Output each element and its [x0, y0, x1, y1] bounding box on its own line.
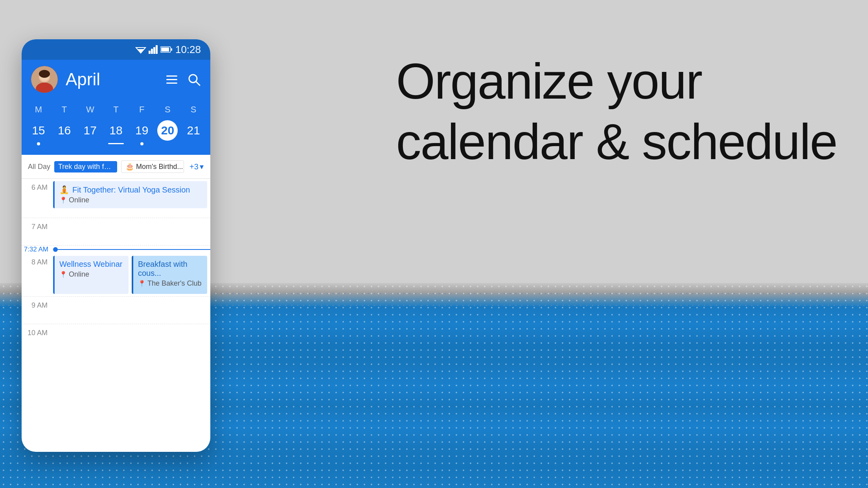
day-dot-15 — [37, 142, 40, 145]
breakfast-location: 📍 The Baker's Club — [138, 279, 202, 288]
yoga-title: Fit Together: Virtual Yoga Session — [72, 185, 190, 194]
day-header-fri: F — [129, 105, 155, 115]
wellness-location: 📍 Online — [59, 270, 124, 279]
more-count: +3 — [189, 162, 199, 171]
day-21[interactable]: 21 — [180, 119, 206, 147]
headline-line1: Organize your — [396, 53, 702, 109]
yoga-icon: 🧘 — [59, 185, 69, 194]
app-header: April — [22, 60, 210, 101]
day-dot-19 — [140, 142, 143, 145]
day-num-15: 15 — [28, 120, 49, 141]
yoga-location: 📍 Online — [59, 196, 202, 204]
svg-point-13 — [39, 70, 50, 78]
time-9am: 9 AM — [22, 297, 53, 324]
signal-icon — [149, 45, 158, 54]
day-num-21: 21 — [183, 120, 204, 141]
day-num-19: 19 — [132, 120, 152, 141]
day-row: 15 16 17 18 19 20 — [22, 119, 210, 147]
status-time: 10:28 — [175, 44, 201, 56]
svg-line-18 — [196, 82, 200, 85]
event-wellness[interactable]: Wellness Webinar 📍 Online — [53, 256, 129, 294]
avatar[interactable] — [31, 66, 58, 93]
day-15[interactable]: 15 — [26, 119, 51, 147]
phone-mockup: 10:28 April — [22, 39, 210, 452]
now-line-bar — [58, 249, 210, 250]
status-bar: 10:28 — [22, 39, 210, 60]
now-dot — [53, 247, 58, 252]
svg-rect-8 — [171, 48, 172, 51]
svg-rect-3 — [151, 49, 153, 54]
battery-icon — [160, 46, 172, 53]
svg-rect-16 — [166, 83, 177, 84]
slot-9am-content — [53, 297, 210, 324]
more-chevron: ▾ — [200, 162, 204, 171]
day-header-tue: T — [51, 105, 77, 115]
day-17[interactable]: 17 — [77, 119, 103, 147]
wellness-title: Wellness Webinar — [59, 260, 124, 269]
day-header-sun: S — [180, 105, 206, 115]
yoga-location-text: Online — [69, 196, 89, 204]
schedule-area: 6 AM 🧘 Fit Together: Virtual Yoga Sessio… — [22, 179, 210, 344]
day-header-mon: M — [26, 105, 51, 115]
birthday-text: Mom's Birthd... — [136, 163, 183, 171]
day-num-18: 18 — [106, 120, 126, 141]
allday-bar: All Day Trek day with fa... 🎂 Mom's Birt… — [22, 155, 210, 179]
day-underline-18 — [108, 143, 124, 144]
day-19[interactable]: 19 — [129, 119, 155, 147]
now-time: 7:32 AM — [22, 246, 50, 253]
slot-7am-content — [53, 218, 210, 245]
day-num-20: 20 — [157, 120, 178, 141]
day-num-17: 17 — [80, 120, 100, 141]
day-header-wed: W — [77, 105, 103, 115]
slot-9am: 9 AM — [22, 297, 210, 324]
allday-event-trek[interactable]: Trek day with fa... — [54, 161, 117, 172]
allday-event-birthday[interactable]: 🎂 Mom's Birthd... — [121, 160, 184, 173]
day-20[interactable]: 20 — [155, 119, 181, 147]
svg-rect-15 — [166, 79, 177, 80]
right-panel: Organize your calendar & schedule — [364, 0, 868, 488]
time-7am: 7 AM — [22, 218, 53, 245]
more-events[interactable]: +3 ▾ — [189, 162, 204, 171]
slot-10am: 10 AM — [22, 324, 210, 344]
month-title: April — [66, 70, 157, 89]
day-headers: M T W T F S S — [22, 105, 210, 115]
wifi-icon — [135, 45, 146, 54]
event-yoga-header: 🧘 Fit Together: Virtual Yoga Session — [59, 185, 202, 194]
slot-8am-content: Wellness Webinar 📍 Online Breakfast with… — [53, 253, 210, 296]
search-icon[interactable] — [187, 72, 201, 86]
headline-line2: calendar & schedule — [396, 114, 837, 170]
avatar-image — [31, 66, 58, 93]
slot-6am: 6 AM 🧘 Fit Together: Virtual Yoga Sessio… — [22, 179, 210, 218]
day-18[interactable]: 18 — [103, 119, 129, 147]
slot-7am: 7 AM — [22, 218, 210, 246]
breakfast-loc-icon: 📍 — [138, 280, 146, 287]
wellness-loc-text: Online — [69, 270, 89, 279]
day-16[interactable]: 16 — [51, 119, 77, 147]
time-10am: 10 AM — [22, 324, 53, 344]
svg-rect-7 — [161, 48, 169, 51]
headline-text: Organize your calendar & schedule — [396, 51, 837, 172]
time-8am: 8 AM — [22, 253, 53, 296]
now-indicator: 7:32 AM — [22, 246, 210, 253]
yoga-location-icon: 📍 — [59, 196, 67, 204]
event-breakfast[interactable]: Breakfast with cous... 📍 The Baker's Clu… — [132, 256, 207, 294]
birthday-icon: 🎂 — [125, 162, 134, 171]
allday-label: All Day — [28, 163, 50, 171]
svg-rect-14 — [166, 75, 177, 77]
slot-10am-content — [53, 324, 210, 344]
wellness-loc-icon: 📍 — [59, 271, 67, 278]
calendar-section: M T W T F S S 15 16 17 18 — [22, 101, 210, 155]
status-icons — [135, 45, 172, 54]
day-header-thu: T — [103, 105, 129, 115]
slot-6am-content: 🧘 Fit Together: Virtual Yoga Session 📍 O… — [53, 179, 210, 218]
day-num-16: 16 — [54, 120, 75, 141]
breakfast-loc-text: The Baker's Club — [147, 279, 202, 288]
event-yoga[interactable]: 🧘 Fit Together: Virtual Yoga Session 📍 O… — [53, 181, 207, 208]
day-header-sat: S — [155, 105, 181, 115]
list-icon[interactable] — [165, 72, 179, 86]
svg-rect-5 — [156, 45, 158, 54]
svg-rect-4 — [153, 47, 155, 54]
svg-rect-2 — [149, 51, 151, 54]
header-icons — [165, 72, 201, 86]
time-6am: 6 AM — [22, 179, 53, 218]
